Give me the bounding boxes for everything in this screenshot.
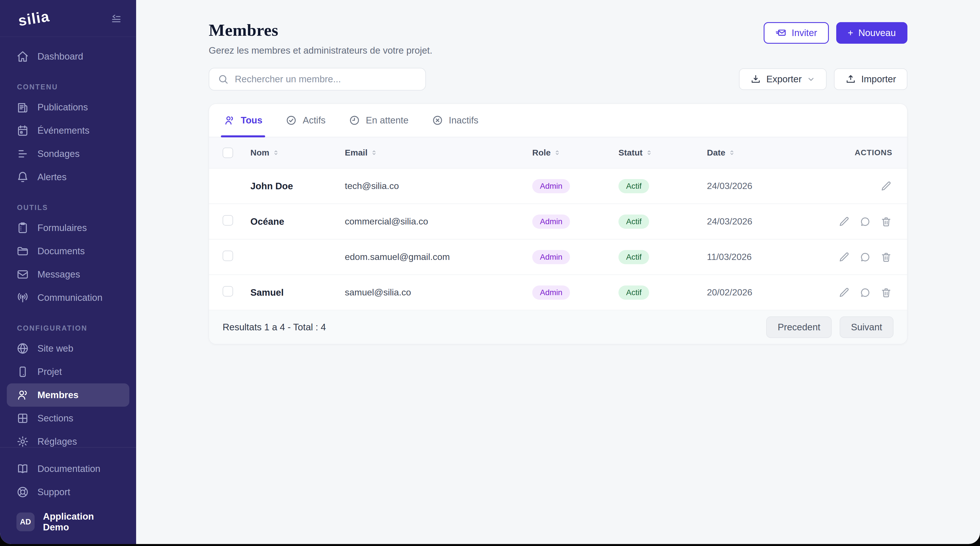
- role-badge: Admin: [532, 286, 570, 300]
- tab-actifs[interactable]: Actifs: [286, 104, 326, 137]
- sidebar-item-label: Publications: [37, 102, 88, 113]
- row-actions: [826, 251, 892, 263]
- lifebuoy-icon: [16, 486, 29, 498]
- member-email: tech@silia.co: [345, 181, 532, 191]
- column-header-role[interactable]: Role: [532, 148, 619, 158]
- newspaper-icon: [16, 101, 29, 113]
- sidebar-item-evenements[interactable]: Événements: [7, 119, 129, 142]
- new-button-label: Nouveau: [858, 27, 896, 38]
- sidebar-item-reglages[interactable]: Réglages: [7, 430, 129, 447]
- comment-icon[interactable]: [859, 216, 872, 228]
- sidebar-item-projet[interactable]: Projet: [7, 360, 129, 383]
- sort-icon: [554, 149, 561, 156]
- collapse-sidebar-icon[interactable]: [109, 11, 124, 26]
- sidebar-item-publications[interactable]: Publications: [7, 96, 129, 119]
- tab-inactifs[interactable]: Inactifs: [432, 104, 479, 137]
- delete-icon[interactable]: [880, 251, 892, 263]
- tab-en-attente[interactable]: En attente: [349, 104, 408, 137]
- edit-icon[interactable]: [838, 286, 850, 299]
- table-row: edom.samuel@gmail.com Admin Actif 11/03/…: [209, 239, 907, 275]
- member-email: samuel@silia.co: [345, 287, 532, 298]
- sidebar-item-label: Site web: [37, 343, 73, 354]
- sidebar-item-sondages[interactable]: Sondages: [7, 142, 129, 166]
- main-content: Membres Gerez les membres et administrat…: [136, 0, 980, 544]
- sidebar-item-dashboard[interactable]: Dashboard: [7, 45, 129, 68]
- member-email: edom.samuel@gmail.com: [345, 252, 532, 262]
- sidebar-nav: Dashboard CONTENU Publications Événement…: [0, 37, 136, 447]
- sidebar-item-site-web[interactable]: Site web: [7, 337, 129, 360]
- sidebar-item-label: Formulaires: [37, 222, 87, 233]
- sidebar-item-support[interactable]: Support: [7, 481, 129, 504]
- status-badge: Actif: [619, 179, 649, 193]
- delete-icon[interactable]: [880, 216, 892, 228]
- row-checkbox-cell: [223, 286, 250, 299]
- sidebar-item-formulaires[interactable]: Formulaires: [7, 216, 129, 239]
- comment-icon[interactable]: [859, 251, 872, 263]
- section-label-contenu: CONTENU: [17, 83, 129, 91]
- table-row: John Doe tech@silia.co Admin Actif 24/03…: [209, 168, 907, 203]
- row-actions: [826, 286, 892, 299]
- edit-icon[interactable]: [838, 216, 850, 228]
- member-role-cell: Admin: [532, 250, 619, 264]
- sidebar-item-label: Sections: [37, 413, 73, 424]
- column-header-date[interactable]: Date: [707, 148, 826, 158]
- member-role-cell: Admin: [532, 214, 619, 229]
- member-date: 11/03/2026: [707, 252, 826, 262]
- previous-button[interactable]: Precedent: [766, 316, 831, 338]
- member-date: 24/03/2026: [707, 216, 826, 227]
- export-button[interactable]: Exporter: [739, 69, 827, 90]
- edit-icon[interactable]: [880, 180, 892, 192]
- delete-icon[interactable]: [880, 286, 892, 299]
- broadcast-icon: [16, 291, 29, 304]
- select-all-checkbox[interactable]: [223, 148, 233, 158]
- grid-icon: [16, 412, 29, 425]
- sidebar-item-documents[interactable]: Documents: [7, 239, 129, 263]
- sidebar-item-label: Dashboard: [37, 51, 83, 62]
- page-title: Membres: [209, 21, 433, 40]
- gear-icon: [16, 435, 29, 447]
- row-checkbox[interactable]: [223, 215, 233, 226]
- sidebar-item-label: Documents: [37, 246, 85, 257]
- sidebar-item-label: Projet: [37, 366, 62, 377]
- search-input[interactable]: [235, 74, 417, 85]
- row-checkbox[interactable]: [223, 286, 233, 297]
- members-card: Tous Actifs En attente Inactifs: [209, 104, 907, 344]
- section-label-outils: OUTILS: [17, 203, 129, 212]
- header-checkbox-cell: [223, 148, 250, 158]
- sidebar-item-membres[interactable]: Membres: [7, 383, 129, 407]
- pagination: Resultats 1 a 4 - Total : 4 Precedent Su…: [209, 310, 907, 344]
- clipboard-icon: [16, 222, 29, 234]
- sidebar-item-communication[interactable]: Communication: [7, 286, 129, 309]
- sidebar-item-label: Alertes: [37, 172, 67, 182]
- invite-button[interactable]: Inviter: [764, 22, 829, 44]
- import-button[interactable]: Importer: [834, 69, 907, 90]
- member-status-cell: Actif: [619, 214, 707, 229]
- column-header-nom[interactable]: Nom: [250, 148, 345, 158]
- toolbar-right: Exporter Importer: [739, 69, 907, 90]
- sidebar-item-label: Événements: [37, 125, 89, 136]
- silia-logo: silia: [17, 7, 51, 29]
- row-checkbox[interactable]: [223, 251, 233, 261]
- sidebar-item-messages[interactable]: Messages: [7, 263, 129, 286]
- sidebar-item-label: Documentation: [37, 463, 100, 474]
- sidebar-item-label: Communication: [37, 292, 102, 303]
- sidebar-item-sections[interactable]: Sections: [7, 407, 129, 430]
- edit-icon[interactable]: [838, 251, 850, 263]
- tab-tous[interactable]: Tous: [224, 104, 262, 137]
- sidebar-item-documentation[interactable]: Documentation: [7, 457, 129, 481]
- status-badge: Actif: [619, 250, 649, 264]
- column-header-email[interactable]: Email: [345, 148, 532, 158]
- sidebar-item-label: Messages: [37, 269, 80, 280]
- row-actions: [826, 180, 892, 192]
- column-header-statut[interactable]: Statut: [619, 148, 707, 158]
- next-button[interactable]: Suivant: [840, 316, 894, 338]
- tab-label: Actifs: [302, 115, 326, 126]
- user-profile[interactable]: AD Application Demo: [7, 504, 129, 544]
- comment-icon[interactable]: [859, 286, 872, 299]
- page-header: Membres Gerez les membres et administrat…: [209, 21, 907, 56]
- search-box: [209, 68, 426, 91]
- member-name: Océane: [250, 216, 345, 227]
- tab-label: Tous: [241, 115, 262, 126]
- sidebar-item-alertes[interactable]: Alertes: [7, 166, 129, 189]
- new-button[interactable]: + Nouveau: [836, 22, 907, 44]
